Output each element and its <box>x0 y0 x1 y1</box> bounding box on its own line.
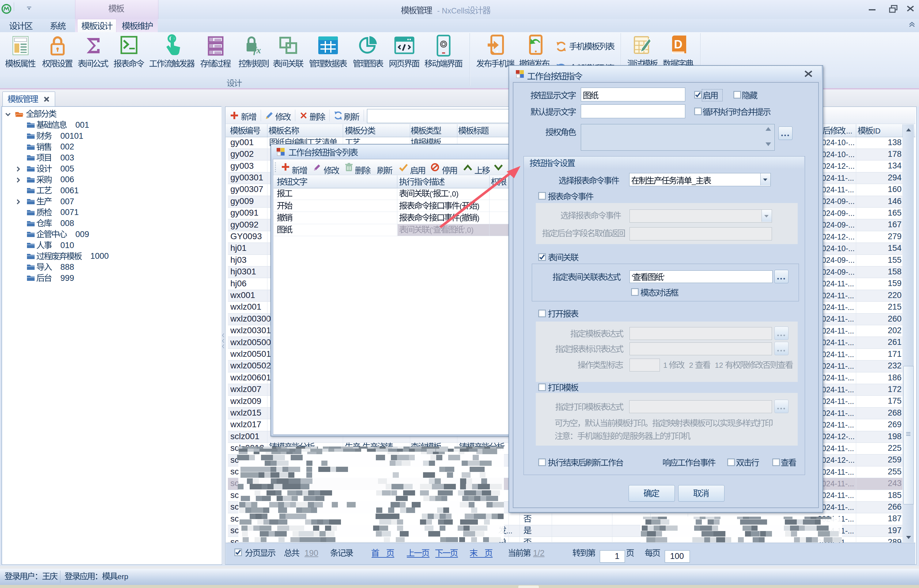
svg-text:fx: fx <box>254 45 261 55</box>
svg-text:D: D <box>674 38 682 51</box>
